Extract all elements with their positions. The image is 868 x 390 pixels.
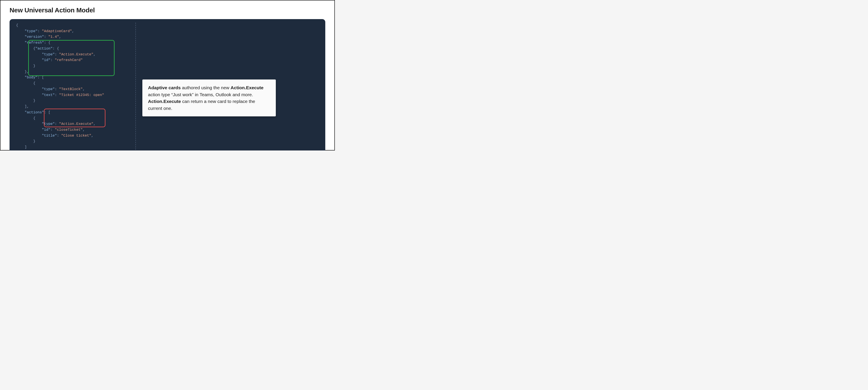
vertical-divider [135, 23, 136, 150]
code-key: "type" [42, 52, 55, 56]
code-value: "closeTicket" [55, 128, 83, 132]
code-key: "type" [42, 122, 55, 126]
code-value: "Ticket #12345: open" [59, 93, 104, 97]
code-value: "Action.Execute" [59, 52, 93, 56]
desc-text: authored using the new [181, 85, 231, 90]
code-key: "version" [25, 35, 44, 39]
code-key: "text" [42, 93, 55, 97]
code-key: "title" [42, 133, 57, 138]
code-key: "type" [25, 29, 37, 33]
code-key: "body" [25, 76, 37, 80]
slide-title: New Universal Action Model [9, 6, 325, 14]
slide-frame: New Universal Action Model { "type": "Ad… [0, 0, 335, 150]
desc-bold: Adaptive cards [148, 85, 181, 90]
code-key: "id" [42, 58, 51, 62]
desc-bold: Action.Execute [231, 85, 264, 90]
desc-text: action type “Just work” in Teams, Outloo… [148, 92, 253, 97]
code-key: "refresh" [25, 40, 44, 45]
code-key: "actions" [25, 110, 44, 114]
code-value: "TextBlock" [59, 87, 83, 91]
code-block: { "type": "AdaptiveCard", "version": "1.… [16, 23, 129, 150]
code-value: "1.4" [49, 35, 59, 39]
code-key: "id" [42, 128, 51, 132]
code-value: "Close ticket" [61, 133, 91, 138]
code-key: "type" [42, 87, 55, 91]
code-value: "refreshCard" [55, 58, 83, 62]
description-column: Adaptive cards authored using the new Ac… [142, 23, 319, 150]
description-box: Adaptive cards authored using the new Ac… [142, 80, 276, 116]
code-value: "AdaptiveCard" [42, 29, 72, 33]
content-card: { "type": "AdaptiveCard", "version": "1.… [9, 19, 325, 150]
desc-bold: Action.Execute [148, 99, 181, 104]
code-value: "Action.Execute" [59, 122, 93, 126]
code-key: "action" [35, 47, 53, 51]
